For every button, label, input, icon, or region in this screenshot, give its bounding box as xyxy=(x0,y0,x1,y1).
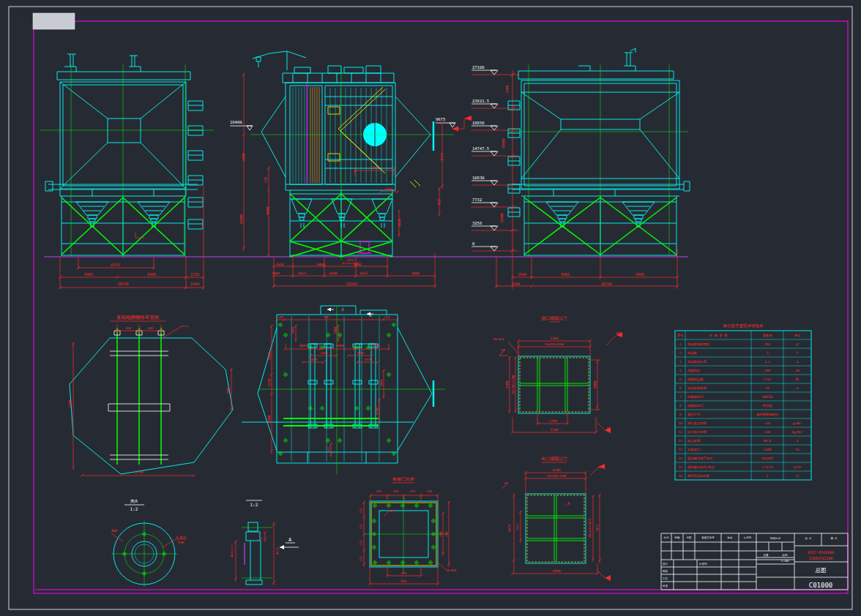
table-cell: 1 xyxy=(679,342,682,346)
dimension-label: 6425 xyxy=(360,271,368,275)
table-cell: 整流变压器台数 xyxy=(687,474,710,478)
dimension-label: 年月日 xyxy=(744,536,752,539)
dimension-label: 50-Φ14 xyxy=(493,337,504,341)
corner-box xyxy=(33,13,75,29)
table-cell: 侧部挠臂锤振打 xyxy=(756,412,779,417)
table-cell: mm xyxy=(795,369,800,372)
inlet-flange-view xyxy=(499,322,622,434)
plan-view xyxy=(242,306,445,474)
dimension-label: 18400 xyxy=(230,120,242,124)
dimension-label: 125 xyxy=(359,556,362,562)
dimension-label: 标准化 xyxy=(698,562,707,566)
table-cell: 480C型 xyxy=(762,395,773,399)
dimension-label: 400 xyxy=(439,531,442,537)
dimension-label: 1:2 xyxy=(130,506,138,511)
dimension-label: 765 xyxy=(323,315,329,319)
elevation-value: 18858 xyxy=(472,121,485,125)
dimension-label: 9365 xyxy=(147,272,156,277)
dimension-label: 4982 xyxy=(267,352,271,360)
dimension-label: 4500 xyxy=(505,380,509,388)
outlet-flange-view xyxy=(502,462,611,581)
table-cell: 单位 xyxy=(794,334,801,337)
dimension-label: 5800 xyxy=(411,271,420,275)
dimension-label: 批准 xyxy=(663,585,668,587)
front-view xyxy=(40,54,214,289)
dimension-label: 1630 xyxy=(276,263,284,266)
dimension-label: 比例 xyxy=(783,554,789,557)
table-cell: 10 xyxy=(765,386,769,390)
dimension-label: 3200 xyxy=(385,187,393,191)
dimension-label: 4400 xyxy=(242,153,245,161)
dimension-label: 5300 xyxy=(551,337,559,340)
dimension-label: 20×205=4100 xyxy=(511,375,515,394)
dimension-label: 6700 xyxy=(375,407,379,415)
dimension-label: 上 xyxy=(369,313,373,317)
dimension-label: A xyxy=(288,537,292,543)
inlet-flange-dimensions xyxy=(499,335,616,434)
table-cell: 根 xyxy=(795,378,799,381)
table-cell: mg/Nm³ xyxy=(791,430,803,434)
table-cell: 设备阻力 xyxy=(687,448,700,451)
dimension-label: 均布 xyxy=(177,541,185,544)
dimension-label: 10200 xyxy=(500,213,504,223)
dimension-label: 400 xyxy=(400,571,406,575)
table-cell: 5 xyxy=(679,378,682,381)
table-cell: 阴极线总数 xyxy=(687,378,704,382)
elevation-value: 7732 xyxy=(472,198,482,202)
dimension-label: 6870 xyxy=(507,525,511,532)
dimension-label: 3541 xyxy=(515,523,519,530)
table-header-cell: 名 称 参 数 xyxy=(709,334,728,337)
table-cell: 1.0/72 xyxy=(761,465,773,469)
table-cell: 14 xyxy=(678,457,682,460)
dimension-label: 115 xyxy=(384,315,390,319)
dimension-label: 1:100 xyxy=(781,560,789,563)
dimension-label: 出口烟箱法兰 xyxy=(541,456,567,462)
dimension-label: 125 xyxy=(409,489,415,493)
foundation-detail xyxy=(70,321,233,477)
elevation-triangle-icon xyxy=(491,126,498,130)
dimension-label: 35 xyxy=(259,536,263,540)
table-cell: 13 xyxy=(678,448,682,451)
dimension-label: 1700 xyxy=(549,419,557,423)
dimension-label: 165 xyxy=(277,315,283,319)
tech-table-title: 除尘器主要技术特性表 xyxy=(723,323,764,328)
dimension-label: 1500 xyxy=(190,282,199,286)
dimension-label: 300 xyxy=(147,326,153,330)
table-cell: 参数值 xyxy=(763,334,773,337)
table-cell: 15 xyxy=(678,465,682,469)
dimension-label: 1:2 xyxy=(250,502,258,507)
table-cell: 99.8 xyxy=(764,439,772,443)
elevation-value: 3258 xyxy=(472,221,482,225)
dimension-label: Φ114 xyxy=(275,547,279,555)
title-block: 0517-8341086 13801742186 总图 C01000 xyxy=(661,533,848,590)
dimension-label: 1300 xyxy=(68,399,72,407)
dimension-label: 10×530=5300 xyxy=(545,342,564,346)
dimension-label: 1800 xyxy=(333,327,337,334)
dimension-label: 45 xyxy=(504,481,508,485)
dimension-label: 18730 xyxy=(600,282,611,286)
dimension-label: 500 xyxy=(226,388,230,394)
dimension-label: 7072 xyxy=(595,525,599,532)
table-cell: 高压整流装置型号 xyxy=(687,457,713,460)
dimension-label: 125 xyxy=(359,524,362,530)
dimension-label: 第 张 xyxy=(830,537,838,540)
dimension-label: Φ45×3.5 xyxy=(230,544,234,557)
dimension-label: 9365 xyxy=(561,272,570,277)
elevation-triangle-icon xyxy=(491,247,498,251)
tech-table: 序号名 称 参 数参数值单位1电场有效断面积294m²2电场数3个3电场有效长度… xyxy=(675,331,811,480)
table-cell: GGAJ02 xyxy=(761,457,773,460)
table-cell: Pa xyxy=(795,448,800,451)
dimension-label: 1555 xyxy=(310,358,317,361)
dimension-label: 580 xyxy=(444,531,448,537)
dimension-label: 10480 xyxy=(502,138,505,149)
rear-view xyxy=(495,48,690,289)
dimension-label: 1408 xyxy=(320,351,327,355)
elevation-value: 10830 xyxy=(472,176,485,180)
dimension-label: 3750 xyxy=(370,166,379,170)
dimension-label: 9365 xyxy=(636,272,644,277)
outer-border xyxy=(9,7,852,609)
dimension-label: 质量 xyxy=(764,554,769,557)
dimension-label: 4000 xyxy=(372,344,380,348)
table-cell: 8 xyxy=(679,404,682,407)
dimension-label: 2400 xyxy=(272,271,280,275)
